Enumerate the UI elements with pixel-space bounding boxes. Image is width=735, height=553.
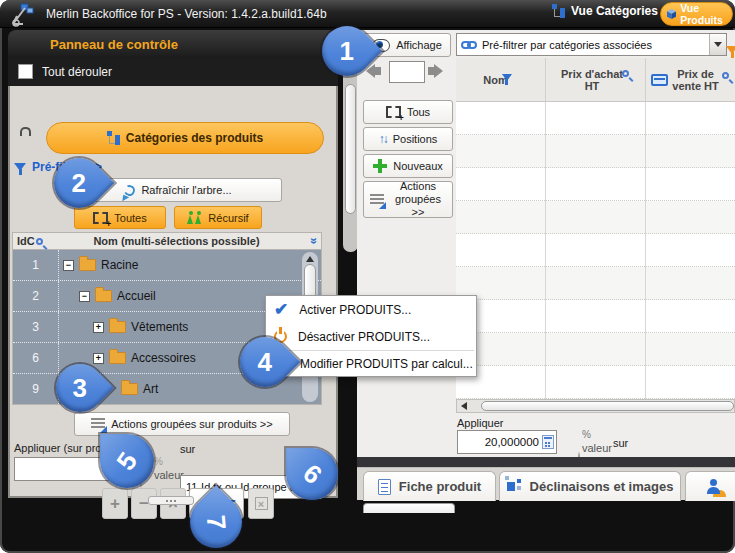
- search-icon[interactable]: [722, 72, 729, 79]
- people-icon: [187, 211, 202, 224]
- prev-page-arrow[interactable]: [366, 64, 381, 78]
- collapse-expander-icon[interactable]: −: [63, 260, 74, 271]
- tab-fiche-produit[interactable]: Fiche produit: [363, 471, 496, 501]
- tree-icon: [107, 131, 120, 145]
- nouveaux-button[interactable]: Nouveaux: [363, 154, 453, 178]
- horizontal-scrollbar-fragment[interactable]: [148, 496, 194, 505]
- tab-fiche-produit-label: Fiche produit: [399, 479, 481, 494]
- row-label: Racine: [101, 258, 138, 272]
- filter-icon: [14, 163, 26, 171]
- cube-icon: [667, 7, 676, 21]
- prefilter-value: Pré-filtrer par catégories associées: [477, 39, 709, 51]
- panel-separator: [357, 457, 735, 467]
- horizontal-scrollbar[interactable]: [456, 399, 735, 413]
- cancel-operator-button[interactable]: ×: [248, 488, 274, 519]
- product-table-header[interactable]: Nom Prix d'achat HT Prix de vente HT: [456, 58, 735, 102]
- product-table-row: [456, 333, 735, 366]
- tout-derouler-checkbox[interactable]: [18, 64, 33, 79]
- vue-produits-button[interactable]: Vue Produits: [660, 2, 733, 26]
- collapse-chevron-icon[interactable]: «: [307, 238, 321, 245]
- page-nav-input[interactable]: [389, 61, 425, 83]
- folder-icon: [95, 290, 112, 302]
- plus-operator-button[interactable]: +: [102, 488, 128, 519]
- prefilter-dropdown[interactable]: Pré-filtrer par catégories associées: [456, 33, 727, 56]
- row-id: 6: [13, 343, 59, 373]
- name-header: Nom (multi-sélections possible): [43, 235, 311, 247]
- folder-icon: [109, 321, 126, 333]
- menu-item-activer[interactable]: ✔ Activer PRODUITS...: [266, 296, 476, 323]
- scroll-up-icon[interactable]: [306, 256, 314, 262]
- callout-6: 6: [286, 448, 338, 500]
- product-table-row: [456, 168, 735, 201]
- menu-item-desactiver[interactable]: Désactiver PRODUITS...: [266, 323, 476, 350]
- search-icon[interactable]: [622, 70, 629, 77]
- idc-header: IdC: [13, 235, 35, 247]
- grouped-actions-icon: [370, 194, 384, 206]
- tab-declinaisons-label: Déclinaisons et images: [530, 479, 674, 494]
- tous-label: Tous: [407, 106, 430, 118]
- dropdown-arrow-icon[interactable]: [709, 34, 726, 55]
- next-page-arrow[interactable]: [428, 64, 443, 78]
- positions-label: Positions: [393, 133, 438, 145]
- column-divider: [545, 102, 546, 399]
- row-label: Accessoires: [131, 351, 196, 365]
- product-table-row: [456, 267, 735, 300]
- expand-expander-icon[interactable]: +: [93, 322, 104, 333]
- partial-button[interactable]: [363, 503, 455, 513]
- folder-icon: [121, 383, 138, 395]
- grouped-actions-products-button[interactable]: Actions groupées sur produits >>: [74, 412, 290, 436]
- tree-header[interactable]: IdC Nom (multi-sélections possible) «: [12, 232, 322, 250]
- grouped-actions-icon: [91, 418, 105, 430]
- product-table-row: [456, 102, 735, 135]
- horizontal-scrollbar-thumb[interactable]: [481, 401, 734, 411]
- toutes-button[interactable]: Toutes: [74, 206, 166, 229]
- select-all-icon: [93, 212, 108, 224]
- collapse-expander-icon[interactable]: −: [79, 291, 90, 302]
- recursif-label: Récursif: [208, 212, 248, 224]
- product-table-row: [456, 234, 735, 267]
- panel-header: Panneau de contrôle: [8, 30, 338, 58]
- search-icon: [36, 238, 43, 245]
- column-prix-vente[interactable]: Prix de vente HT: [645, 58, 735, 101]
- scroll-left-icon[interactable]: [461, 402, 467, 410]
- vue-produits-label: Vue Produits: [680, 2, 726, 26]
- calculator-mini-icon[interactable]: [542, 435, 554, 449]
- percent-label: %: [154, 456, 163, 467]
- refresh-icon: [123, 183, 137, 197]
- panel-body: Catégories des produits Pré-filtres>> Ra…: [8, 86, 338, 498]
- card-icon: [651, 74, 668, 86]
- grouped-actions-button[interactable]: Actions groupées >>: [363, 181, 453, 218]
- product-table-row: [456, 135, 735, 168]
- categories-produits-label: Catégories des produits: [126, 131, 263, 145]
- vue-categories-button[interactable]: Vue Catégories: [552, 4, 658, 18]
- row-id: 9: [13, 374, 59, 404]
- up-down-arrows-icon: ↑↓: [379, 132, 387, 146]
- apply-value: 20,000000: [458, 436, 542, 448]
- tab-clients-partial[interactable]: [685, 471, 735, 501]
- tree-row-racine[interactable]: 1 − Racine: [13, 250, 321, 281]
- column-nom[interactable]: Nom: [456, 58, 545, 101]
- product-table: [456, 102, 735, 399]
- app-window: Merlin Backoffice for PS - Version: 1.4.…: [0, 0, 735, 553]
- categories-produits-button[interactable]: Catégories des produits: [46, 122, 324, 154]
- vertical-scrollbar-thumb[interactable]: [345, 84, 356, 214]
- apply-value-input[interactable]: 20,000000: [457, 430, 557, 454]
- expand-expander-icon[interactable]: +: [93, 353, 104, 364]
- tab-declinaisons-images[interactable]: Déclinaisons et images: [499, 471, 681, 501]
- document-icon: [378, 479, 391, 495]
- column-prix-achat[interactable]: Prix d'achat HT: [545, 58, 645, 101]
- product-table-row: [456, 201, 735, 234]
- check-icon: ✔: [274, 299, 288, 320]
- recursif-button[interactable]: Récursif: [174, 206, 262, 229]
- affichage-label: Affichage: [396, 39, 442, 51]
- panel-title: Panneau de contrôle: [50, 37, 178, 52]
- person-icon: [707, 479, 724, 495]
- filter-icon[interactable]: [502, 74, 512, 81]
- tout-derouler-row: Tout dérouler: [18, 64, 112, 79]
- positions-button[interactable]: ↑↓ Positions: [363, 127, 453, 151]
- product-table-row: [456, 366, 735, 399]
- refresh-tree-label: Rafraîchir l'arbre...: [141, 184, 231, 196]
- tous-button[interactable]: Tous: [363, 100, 453, 124]
- vue-categories-label: Vue Catégories: [571, 4, 658, 18]
- control-panel: Panneau de contrôle Tout dérouler Catégo…: [8, 30, 338, 500]
